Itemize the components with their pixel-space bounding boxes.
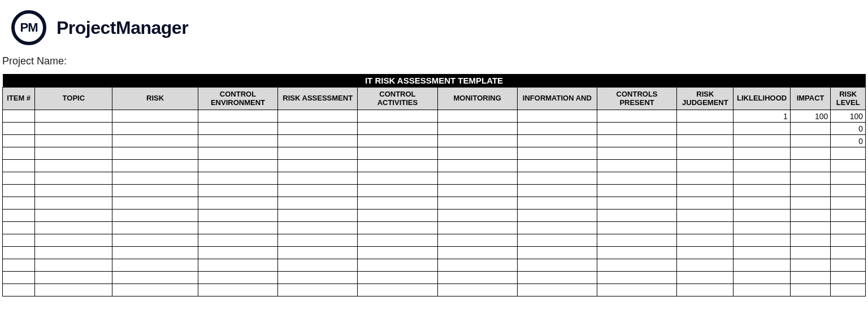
cell-risk_assess[interactable] — [278, 110, 358, 123]
cell-likelihood[interactable] — [734, 197, 790, 210]
cell-item[interactable] — [3, 172, 35, 185]
cell-risk_assess[interactable] — [278, 222, 358, 234]
cell-risk[interactable] — [112, 234, 198, 247]
cell-item[interactable] — [3, 197, 35, 210]
cell-control_act[interactable] — [358, 185, 437, 197]
cell-impact[interactable]: 100 — [790, 110, 831, 123]
cell-control_env[interactable] — [198, 222, 277, 234]
cell-control_act[interactable] — [358, 234, 437, 247]
cell-risk_judge[interactable] — [677, 160, 734, 172]
cell-control_env[interactable] — [198, 247, 277, 259]
cell-risk_judge[interactable] — [677, 172, 734, 185]
cell-likelihood[interactable] — [734, 135, 790, 147]
cell-control_act[interactable] — [358, 110, 437, 123]
cell-control_env[interactable] — [198, 272, 277, 284]
cell-monitoring[interactable] — [437, 147, 517, 160]
cell-monitoring[interactable] — [437, 110, 517, 123]
cell-impact[interactable] — [790, 160, 831, 172]
cell-risk_level[interactable] — [831, 222, 866, 234]
cell-risk[interactable] — [112, 123, 198, 135]
cell-risk[interactable] — [112, 110, 198, 123]
cell-topic[interactable] — [35, 259, 112, 272]
cell-risk_judge[interactable] — [677, 197, 734, 210]
cell-impact[interactable] — [790, 172, 831, 185]
cell-item[interactable] — [3, 135, 35, 147]
cell-control_env[interactable] — [198, 234, 277, 247]
cell-info[interactable] — [517, 147, 597, 160]
cell-controls_present[interactable] — [597, 135, 676, 147]
cell-topic[interactable] — [35, 284, 112, 296]
cell-impact[interactable] — [790, 234, 831, 247]
cell-info[interactable] — [517, 185, 597, 197]
cell-topic[interactable] — [35, 123, 112, 135]
cell-info[interactable] — [517, 272, 597, 284]
cell-info[interactable] — [517, 123, 597, 135]
cell-risk_assess[interactable] — [278, 147, 358, 160]
cell-monitoring[interactable] — [437, 222, 517, 234]
cell-risk_assess[interactable] — [278, 185, 358, 197]
cell-control_env[interactable] — [198, 185, 277, 197]
cell-risk_level[interactable] — [831, 259, 866, 272]
cell-risk_judge[interactable] — [677, 272, 734, 284]
cell-risk[interactable] — [112, 284, 198, 296]
cell-impact[interactable] — [790, 272, 831, 284]
cell-item[interactable] — [3, 247, 35, 259]
cell-controls_present[interactable] — [597, 110, 676, 123]
cell-risk[interactable] — [112, 197, 198, 210]
cell-control_act[interactable] — [358, 222, 437, 234]
cell-control_act[interactable] — [358, 172, 437, 185]
cell-item[interactable] — [3, 147, 35, 160]
cell-risk[interactable] — [112, 247, 198, 259]
cell-monitoring[interactable] — [437, 135, 517, 147]
cell-item[interactable] — [3, 110, 35, 123]
cell-item[interactable] — [3, 272, 35, 284]
cell-likelihood[interactable] — [734, 123, 790, 135]
cell-impact[interactable] — [790, 284, 831, 296]
cell-info[interactable] — [517, 222, 597, 234]
cell-controls_present[interactable] — [597, 197, 676, 210]
cell-info[interactable] — [517, 135, 597, 147]
cell-control_act[interactable] — [358, 284, 437, 296]
cell-controls_present[interactable] — [597, 172, 676, 185]
cell-control_act[interactable] — [358, 272, 437, 284]
cell-monitoring[interactable] — [437, 160, 517, 172]
cell-topic[interactable] — [35, 222, 112, 234]
cell-control_act[interactable] — [358, 210, 437, 222]
cell-controls_present[interactable] — [597, 272, 676, 284]
cell-item[interactable] — [3, 185, 35, 197]
cell-topic[interactable] — [35, 210, 112, 222]
cell-topic[interactable] — [35, 272, 112, 284]
cell-item[interactable] — [3, 234, 35, 247]
cell-risk_assess[interactable] — [278, 234, 358, 247]
cell-risk_judge[interactable] — [677, 135, 734, 147]
cell-risk_judge[interactable] — [677, 247, 734, 259]
cell-risk[interactable] — [112, 185, 198, 197]
cell-monitoring[interactable] — [437, 123, 517, 135]
cell-risk_assess[interactable] — [278, 160, 358, 172]
cell-control_env[interactable] — [198, 284, 277, 296]
cell-risk_level[interactable] — [831, 197, 866, 210]
cell-item[interactable] — [3, 284, 35, 296]
cell-risk_level[interactable]: 0 — [831, 135, 866, 147]
cell-item[interactable] — [3, 160, 35, 172]
cell-risk_judge[interactable] — [677, 222, 734, 234]
cell-topic[interactable] — [35, 110, 112, 123]
cell-monitoring[interactable] — [437, 197, 517, 210]
cell-risk[interactable] — [112, 210, 198, 222]
cell-control_act[interactable] — [358, 123, 437, 135]
cell-control_act[interactable] — [358, 135, 437, 147]
cell-likelihood[interactable] — [734, 172, 790, 185]
cell-risk_judge[interactable] — [677, 234, 734, 247]
cell-item[interactable] — [3, 123, 35, 135]
cell-risk_assess[interactable] — [278, 135, 358, 147]
cell-risk_level[interactable] — [831, 147, 866, 160]
cell-risk_judge[interactable] — [677, 259, 734, 272]
cell-risk_level[interactable] — [831, 172, 866, 185]
cell-info[interactable] — [517, 259, 597, 272]
cell-info[interactable] — [517, 160, 597, 172]
cell-monitoring[interactable] — [437, 210, 517, 222]
cell-likelihood[interactable] — [734, 222, 790, 234]
cell-risk_level[interactable] — [831, 272, 866, 284]
cell-risk_judge[interactable] — [677, 284, 734, 296]
cell-risk_level[interactable]: 100 — [831, 110, 866, 123]
